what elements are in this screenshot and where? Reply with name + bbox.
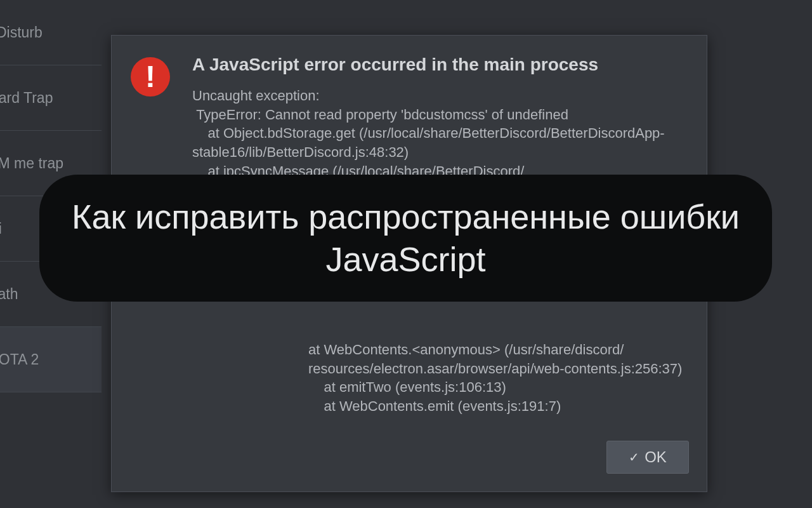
- sidebar-item-dota2[interactable]: g DOTA 2: [0, 327, 102, 392]
- exclamation-icon: !: [145, 62, 155, 92]
- ok-button-label: OK: [645, 448, 667, 466]
- sidebar-item-label: g DOTA 2: [0, 351, 39, 368]
- dialog-title: A JavaScript error occurred in the main …: [192, 55, 688, 75]
- sidebar-item-hard-trap[interactable]: g Hard Trap: [0, 65, 102, 131]
- check-icon: ✓: [629, 450, 639, 465]
- sidebar-item-label: g wi: [0, 220, 2, 237]
- error-message-upper: Uncaught exception: TypeError: Cannot re…: [192, 86, 688, 180]
- ok-button[interactable]: ✓ OK: [606, 441, 689, 474]
- dialog-content: A JavaScript error occurred in the main …: [192, 55, 688, 180]
- sidebar-item-label: g t Disturb: [0, 24, 43, 41]
- error-icon: !: [131, 57, 170, 97]
- overlay-text: Как исправить распространенные ошибки Ja…: [58, 196, 753, 281]
- error-message-lower: at WebContents.<anonymous> (/usr/share/d…: [308, 340, 682, 416]
- sidebar-item-disturb[interactable]: g t Disturb: [0, 0, 102, 65]
- sidebar-item-label: g PM me trap: [0, 155, 63, 172]
- sidebar-item-label: g Path: [0, 286, 18, 303]
- sidebar-item-label: g Hard Trap: [0, 90, 53, 107]
- dialog-header: ! A JavaScript error occurred in the mai…: [112, 36, 707, 180]
- overlay-banner: Как исправить распространенные ошибки Ja…: [39, 175, 772, 302]
